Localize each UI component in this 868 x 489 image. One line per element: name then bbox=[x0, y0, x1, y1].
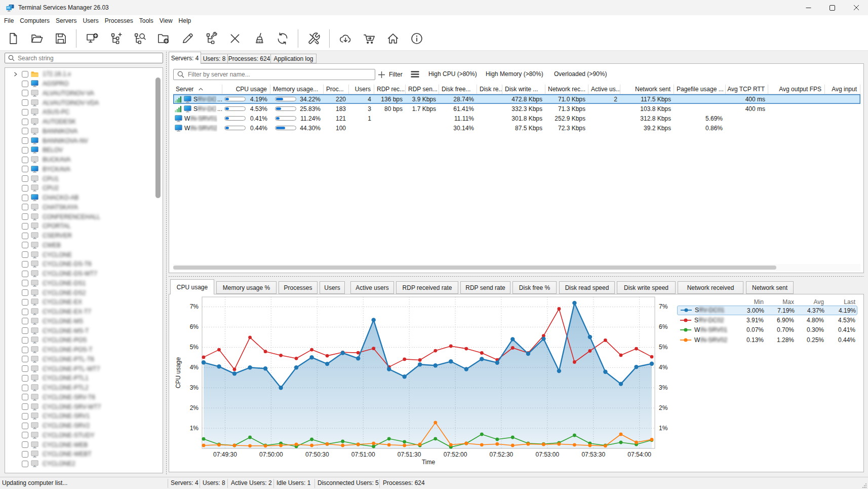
tree-item[interactable]: CYCLONE-PTL2 bbox=[5, 383, 163, 393]
tree-checkbox[interactable] bbox=[22, 271, 28, 277]
column-header-avg_input[interactable]: Avg input bbox=[825, 85, 860, 94]
column-header-net_sent[interactable]: Network sent bbox=[620, 85, 674, 94]
tree-checkbox[interactable] bbox=[22, 109, 28, 116]
column-header-rdp_sent[interactable]: RDP sen... bbox=[406, 85, 439, 94]
resize-grip[interactable] bbox=[862, 483, 867, 488]
column-header-rdp_recv[interactable]: RDP rec... bbox=[374, 85, 406, 94]
tree-checkbox[interactable] bbox=[22, 71, 28, 78]
table-hscrollbar-thumb[interactable] bbox=[173, 266, 776, 270]
add-filter-button[interactable]: Filter bbox=[378, 69, 403, 80]
tree-checkbox[interactable] bbox=[22, 280, 28, 286]
legend-row[interactable]: SRV-DC013.00%7.19%4.37%4.19% bbox=[677, 306, 857, 315]
find-computers-button[interactable] bbox=[128, 27, 151, 50]
tree-checkbox[interactable] bbox=[22, 413, 28, 420]
expander-chevron-icon[interactable] bbox=[12, 71, 19, 78]
server-row[interactable]: WIN-SRV010.41%11.24%121111.11%301.8 Kbps… bbox=[173, 114, 860, 123]
menu-view[interactable]: View bbox=[156, 16, 176, 26]
chart-tab-users[interactable]: Users bbox=[320, 281, 345, 294]
column-header-pagefile[interactable]: Pagefile usage ... bbox=[674, 85, 726, 94]
column-header-avg_tcp_rtt[interactable]: Avg TCP RTT bbox=[726, 85, 768, 94]
tree-checkbox[interactable] bbox=[22, 347, 28, 353]
tree-checkbox[interactable] bbox=[22, 175, 28, 182]
tree-checkbox[interactable] bbox=[22, 423, 28, 429]
tree-checkbox[interactable] bbox=[22, 119, 28, 125]
column-header-net_recv[interactable]: Network rec... bbox=[545, 85, 588, 94]
tree-item[interactable]: CYCLONE-DS1 bbox=[5, 279, 163, 288]
tree-item[interactable]: ASUS-PC bbox=[5, 107, 163, 117]
tree-item[interactable]: CYCLONE bbox=[5, 250, 163, 259]
tree-item[interactable]: 172.16.1.x bbox=[5, 69, 163, 79]
tree-item[interactable]: CYCLONE-PTL-WT7 bbox=[5, 364, 163, 373]
tree-item[interactable]: CYCLONE-SRV2 bbox=[5, 421, 163, 431]
tree-item[interactable]: CYCLONE-WEB bbox=[5, 440, 163, 449]
tree-item[interactable]: BYCKAVA bbox=[5, 165, 163, 174]
delete-button[interactable] bbox=[223, 27, 247, 50]
chart-tab-disk-write-speed[interactable]: Disk write speed bbox=[617, 281, 676, 294]
tree-item[interactable]: CPORTAL bbox=[5, 221, 163, 231]
column-header-cpu[interactable]: CPU usage bbox=[222, 85, 270, 94]
chart-tab-memory-usage-pct[interactable]: Memory usage % bbox=[216, 281, 277, 294]
tree-checkbox[interactable] bbox=[22, 375, 28, 382]
menu-help[interactable]: Help bbox=[176, 16, 194, 26]
tree-item[interactable]: BELOV bbox=[5, 145, 163, 155]
tree-item[interactable]: ALVAUTOINOV-VA bbox=[5, 89, 163, 98]
maximize-button[interactable] bbox=[820, 0, 844, 15]
tree-item[interactable]: CYCLONE-DS2 bbox=[5, 288, 163, 297]
tree-checkbox[interactable] bbox=[22, 432, 28, 438]
clean-button[interactable] bbox=[247, 27, 270, 50]
column-header-users[interactable]: Users bbox=[349, 85, 374, 94]
tree-item[interactable]: CYCLONE-POS-T bbox=[5, 345, 163, 355]
tree-item[interactable]: BANNIKOVA-NV bbox=[5, 136, 163, 145]
tree-checkbox[interactable] bbox=[22, 213, 28, 220]
open-file-button[interactable] bbox=[25, 27, 49, 50]
main-tab-users[interactable]: Users: 8 bbox=[201, 54, 228, 63]
home-button[interactable] bbox=[381, 27, 405, 50]
tree-item[interactable]: CYCLONE-PTL-T6 bbox=[5, 355, 163, 364]
tree-checkbox[interactable] bbox=[22, 99, 28, 106]
menu-users[interactable]: Users bbox=[80, 16, 101, 26]
edit-button[interactable] bbox=[175, 27, 199, 50]
chart-tab-network-sent[interactable]: Network sent bbox=[746, 281, 794, 294]
tree-item[interactable]: CSERVER bbox=[5, 231, 163, 241]
computer-search-input[interactable]: Search string bbox=[5, 53, 163, 63]
column-header-disk_write[interactable]: Disk write ... bbox=[502, 85, 545, 94]
new-file-button[interactable] bbox=[1, 27, 25, 50]
tree-item[interactable]: CYCLONE-SRV1 bbox=[5, 411, 163, 421]
tree-item[interactable]: CHACKO-AB bbox=[5, 193, 163, 203]
tree-item[interactable]: CYCLONE-STUDY bbox=[5, 431, 163, 440]
buy-button[interactable] bbox=[357, 27, 381, 50]
add-computer-button[interactable] bbox=[80, 27, 104, 50]
add-folder-button[interactable] bbox=[151, 27, 175, 50]
tree-checkbox[interactable] bbox=[22, 204, 28, 210]
chart-tab-network-received[interactable]: Network received bbox=[678, 281, 743, 294]
legend-row[interactable]: SRV-DC023.91%6.90%4.80%4.53% bbox=[677, 315, 857, 325]
chart-tab-cpu-usage[interactable]: CPU usage bbox=[170, 279, 214, 294]
tree-checkbox[interactable] bbox=[22, 451, 28, 458]
tree-item[interactable]: CYCLONE-SRV-WT7 bbox=[5, 402, 163, 411]
tree-item[interactable]: CYCLONE-POS bbox=[5, 335, 163, 345]
tree-checkbox[interactable] bbox=[22, 289, 28, 296]
column-header-avg_fps[interactable]: Avg output FPS bbox=[768, 85, 825, 94]
tree-checkbox[interactable] bbox=[22, 223, 28, 230]
tree-item[interactable]: CYCLONE-EX bbox=[5, 297, 163, 307]
tree-item[interactable]: AGSPRO bbox=[5, 79, 163, 89]
tree-checkbox[interactable] bbox=[22, 261, 28, 268]
menu-file[interactable]: File bbox=[1, 16, 17, 26]
tree-checkbox[interactable] bbox=[22, 337, 28, 344]
column-header-server[interactable]: Server bbox=[173, 85, 222, 94]
columns-menu-icon[interactable] bbox=[411, 71, 419, 78]
sidebar-splitter[interactable] bbox=[166, 52, 167, 475]
tree-item[interactable]: CYCLONE-DS-T6 bbox=[5, 259, 163, 269]
tree-checkbox[interactable] bbox=[22, 327, 28, 334]
cloud-download-button[interactable] bbox=[333, 27, 357, 50]
tree-item[interactable]: CHATSKAYA bbox=[5, 203, 163, 212]
tree-item[interactable]: CYCLONE-DS-WT7 bbox=[5, 269, 163, 279]
close-button[interactable] bbox=[844, 0, 868, 15]
tree-checkbox[interactable] bbox=[22, 81, 28, 87]
chart-tab-rdp-send-rate[interactable]: RDP send rate bbox=[460, 281, 510, 294]
server-row[interactable]: WIN-SRV020.44%44.30%10030.14%87.5 Kbps72… bbox=[173, 123, 860, 133]
tree-item[interactable]: CPU1 bbox=[5, 174, 163, 183]
minimize-button[interactable] bbox=[797, 0, 820, 15]
tree-checkbox[interactable] bbox=[22, 461, 28, 467]
main-tab-processes[interactable]: Processes: 624 bbox=[227, 54, 271, 63]
